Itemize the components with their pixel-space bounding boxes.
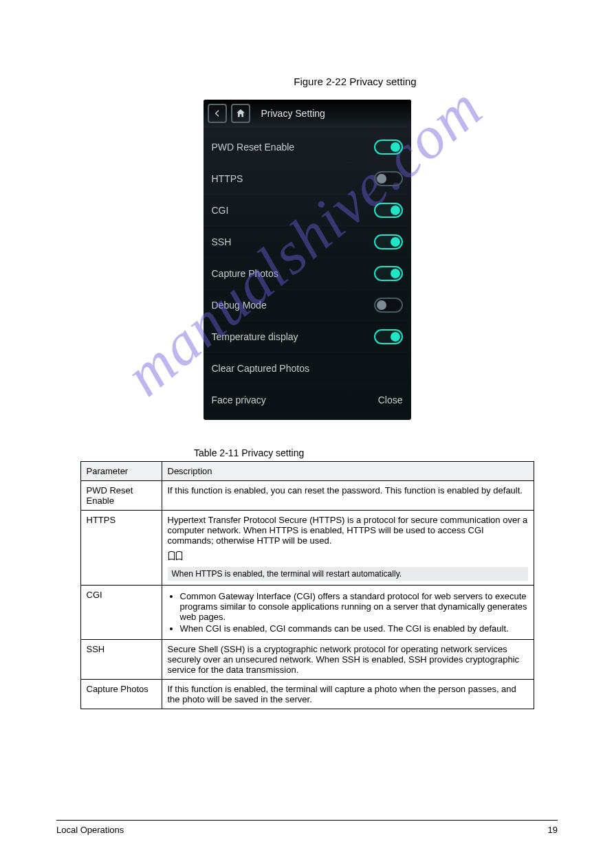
setting-row-temperature-display[interactable]: Temperature display xyxy=(204,321,411,353)
list-item: Common Gateway Interface (CGI) offers a … xyxy=(180,591,528,622)
back-icon[interactable] xyxy=(208,104,227,123)
setting-label: Face privacy xyxy=(212,394,266,405)
page-footer: Local Operations 19 xyxy=(56,820,558,835)
toggle-off-icon[interactable] xyxy=(374,171,403,186)
setting-label: Debug Mode xyxy=(212,300,267,311)
note-text: When HTTPS is enabled, the terminal will… xyxy=(168,567,528,581)
device-header: Privacy Setting xyxy=(204,100,411,127)
setting-label: HTTPS xyxy=(212,173,243,184)
cell-description: If this function is enabled, the termina… xyxy=(162,680,534,709)
setting-label: Clear Captured Photos xyxy=(212,363,309,374)
home-icon[interactable] xyxy=(231,104,250,123)
toggle-on-icon[interactable] xyxy=(374,140,403,155)
setting-label: Capture Photos xyxy=(212,268,278,279)
setting-row-clear-captured-photos[interactable]: Clear Captured Photos xyxy=(204,353,411,384)
column-header-description: Description xyxy=(162,462,534,481)
toggle-on-icon[interactable] xyxy=(374,266,403,281)
setting-label: SSH xyxy=(212,236,232,247)
cell-parameter: PWD Reset Enable xyxy=(80,481,162,511)
setting-row-pwd-reset[interactable]: PWD Reset Enable xyxy=(204,131,411,163)
toggle-on-icon[interactable] xyxy=(374,234,403,249)
cell-description: Hypertext Transfer Protocol Secure (HTTP… xyxy=(162,511,534,586)
footer-section-title: Local Operations xyxy=(56,825,124,835)
table-row: PWD Reset Enable If this function is ena… xyxy=(80,481,534,511)
setting-label: PWD Reset Enable xyxy=(212,142,295,153)
cell-parameter: CGI xyxy=(80,586,162,640)
table-row: SSH Secure Shell (SSH) is a cryptographi… xyxy=(80,640,534,680)
figure-caption: Figure 2-22 Privacy setting xyxy=(153,76,558,87)
toggle-off-icon[interactable] xyxy=(374,298,403,313)
table-row: Capture Photos If this function is enabl… xyxy=(80,680,534,709)
cell-description: Common Gateway Interface (CGI) offers a … xyxy=(162,586,534,640)
toggle-on-icon[interactable] xyxy=(374,329,403,344)
table-row: CGI Common Gateway Interface (CGI) offer… xyxy=(80,586,534,640)
table-row: HTTPS Hypertext Transfer Protocol Secure… xyxy=(80,511,534,586)
device-screenshot: Privacy Setting PWD Reset Enable HTTPS C… xyxy=(204,100,411,420)
setting-row-cgi[interactable]: CGI xyxy=(204,194,411,226)
table-caption: Table 2-11 Privacy setting xyxy=(194,447,558,458)
column-header-parameter: Parameter xyxy=(80,462,162,481)
setting-label: CGI xyxy=(212,205,229,216)
cell-text: Hypertext Transfer Protocol Secure (HTTP… xyxy=(168,515,528,546)
setting-row-debug-mode[interactable]: Debug Mode xyxy=(204,289,411,321)
cell-parameter: SSH xyxy=(80,640,162,680)
parameter-table: Parameter Description PWD Reset Enable I… xyxy=(80,461,534,709)
list-item: When CGI is enabled, CGI commands can be… xyxy=(180,623,528,634)
cell-parameter: Capture Photos xyxy=(80,680,162,709)
setting-row-capture-photos[interactable]: Capture Photos xyxy=(204,258,411,289)
toggle-on-icon[interactable] xyxy=(374,203,403,218)
footer-page-number: 19 xyxy=(548,825,558,835)
cell-description: Secure Shell (SSH) is a cryptographic ne… xyxy=(162,640,534,680)
setting-label: Temperature display xyxy=(212,331,298,342)
device-title: Privacy Setting xyxy=(261,108,325,119)
note-book-icon xyxy=(168,550,528,564)
setting-row-https[interactable]: HTTPS xyxy=(204,163,411,194)
setting-value: Close xyxy=(378,394,403,405)
setting-row-ssh[interactable]: SSH xyxy=(204,226,411,258)
cell-description: If this function is enabled, you can res… xyxy=(162,481,534,511)
setting-row-face-privacy[interactable]: Face privacy Close xyxy=(204,384,411,416)
cell-parameter: HTTPS xyxy=(80,511,162,586)
